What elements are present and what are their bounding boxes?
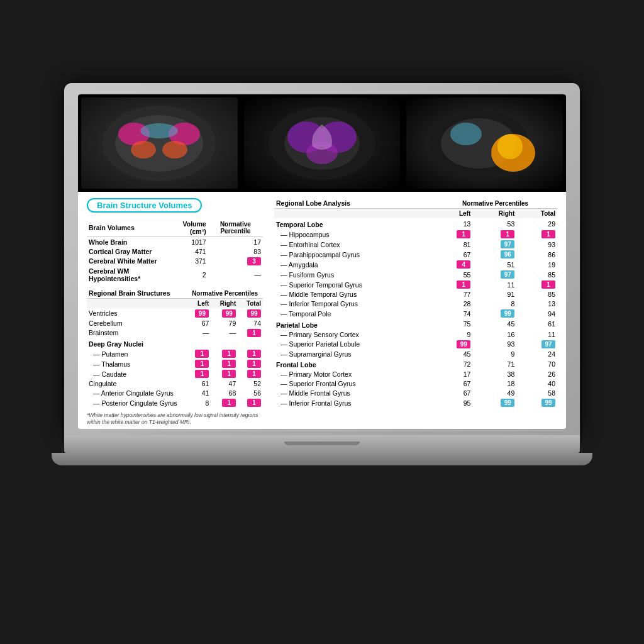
svg-point-15 xyxy=(497,134,523,159)
svg-point-6 xyxy=(140,123,178,138)
col-normative-percentiles: Normative Percentiles xyxy=(187,288,263,299)
regional-structure-row: Cerebellum677974 xyxy=(87,318,263,328)
brain-volumes-table: Brain Volumes Volume (cm³) Normative Per… xyxy=(87,219,263,283)
mri-image-2 xyxy=(244,97,401,189)
lobe-row: — Parahippocampal Gyrus679686 xyxy=(274,250,557,260)
svg-point-16 xyxy=(450,123,482,145)
laptop-screen: Brain Structure Volumes Brain Volumes Vo… xyxy=(78,94,566,429)
lobe-col-left: Left xyxy=(433,209,472,219)
regional-lobe-table: Regional Lobe Analysis Normative Percent… xyxy=(274,198,557,408)
lobe-row: — Fusiform Gyrus559785 xyxy=(274,270,557,280)
col-brain-volumes: Brain Volumes xyxy=(87,219,169,237)
lobe-section-header: Temporal Lobe135329 xyxy=(274,218,557,230)
lobe-row: — Inferior Frontal Gyrus959999 xyxy=(274,398,557,408)
col-regional-structures: Regional Brain Structures xyxy=(87,288,187,299)
col-total: Total xyxy=(238,299,263,309)
regional-structure-row: — Posterior Cingulate Gyrus811 xyxy=(87,398,263,408)
lobe-row: — Amygdala45119 xyxy=(274,260,557,270)
col-right: Right xyxy=(211,299,238,309)
screen-bezel: Brain Structure Volumes Brain Volumes Vo… xyxy=(64,83,580,435)
lobe-row: — Middle Frontal Gyrus674958 xyxy=(274,389,557,398)
lobe-row: — Middle Temporal Gyrus779185 xyxy=(274,290,557,299)
brain-volume-row: Whole Brain101717 xyxy=(87,237,263,247)
lobe-row: — Superior Parietal Lobule999397 xyxy=(274,339,557,349)
lobe-row: — Supramarginal Gyrus45924 xyxy=(274,349,557,358)
lobe-row: — Superior Temporal Gyrus1111 xyxy=(274,280,557,290)
laptop-frame: Brain Structure Volumes Brain Volumes Vo… xyxy=(52,83,592,561)
brain-volume-row: Cerebral White Matter3713 xyxy=(87,256,263,266)
regional-structure-row: — Anterior Cingulate Gyrus416856 xyxy=(87,389,263,398)
regional-structure-row: Deep Gray Nuclei xyxy=(87,338,263,349)
regional-structure-row: — Thalamus111 xyxy=(87,359,263,369)
mri-image-3 xyxy=(406,97,563,189)
lobe-row: — Primary Motor Cortex173826 xyxy=(274,370,557,379)
brain-volume-row: Cortical Gray Matter47183 xyxy=(87,247,263,256)
col-lobe-normative: Normative Percentiles xyxy=(433,198,557,209)
regional-structure-row: Ventricles999999 xyxy=(87,308,263,318)
regional-structure-row: Brainstem——1 xyxy=(87,328,263,338)
lobe-row: — Temporal Pole749994 xyxy=(274,309,557,319)
laptop-base xyxy=(64,435,580,453)
right-panel: Regional Lobe Analysis Normative Percent… xyxy=(274,198,557,423)
svg-point-5 xyxy=(162,141,187,158)
lobe-row: — Inferior Temporal Gyrus28813 xyxy=(274,299,557,309)
footnote: *White matter hypointensities are abnorm… xyxy=(87,412,263,426)
lobe-section-header: Frontal Lobe727170 xyxy=(274,358,557,370)
svg-point-4 xyxy=(131,141,156,158)
left-panel: Brain Structure Volumes Brain Volumes Vo… xyxy=(87,198,263,423)
laptop-notch xyxy=(284,441,360,445)
lobe-section-header: Parietal Lobe754561 xyxy=(274,319,557,330)
lobe-row: — Entorhinal Cortex819793 xyxy=(274,240,557,250)
regional-structure-row: — Putamen111 xyxy=(87,349,263,359)
section-title: Brain Structure Volumes xyxy=(87,198,202,213)
lobe-col-total: Total xyxy=(516,209,557,219)
col-left: Left xyxy=(187,299,211,309)
lobe-col-right: Right xyxy=(472,209,516,219)
col-normative: Normative Percentile xyxy=(208,219,263,237)
regional-structure-row: Cingulate614752 xyxy=(87,379,263,389)
regional-structures-table: Regional Brain Structures Normative Perc… xyxy=(87,288,263,408)
lobe-row: — Hippocampus111 xyxy=(274,230,557,240)
lobe-row: — Superior Frontal Gyrus671840 xyxy=(274,379,557,389)
brain-volume-row: Cerebral WM Hypointensities*2— xyxy=(87,266,263,283)
mri-images-row xyxy=(78,94,566,192)
col-volume: Volume (cm³) xyxy=(169,219,208,237)
lobe-row: — Primary Sensory Cortex91611 xyxy=(274,330,557,339)
regional-structure-row: — Caudate111 xyxy=(87,369,263,379)
mri-image-1 xyxy=(81,97,238,189)
regional-structures-section: Regional Brain Structures Normative Perc… xyxy=(87,288,263,408)
content-area: Brain Structure Volumes Brain Volumes Vo… xyxy=(78,192,566,429)
laptop-bottom xyxy=(52,453,592,465)
col-regional-lobe: Regional Lobe Analysis xyxy=(274,198,433,209)
